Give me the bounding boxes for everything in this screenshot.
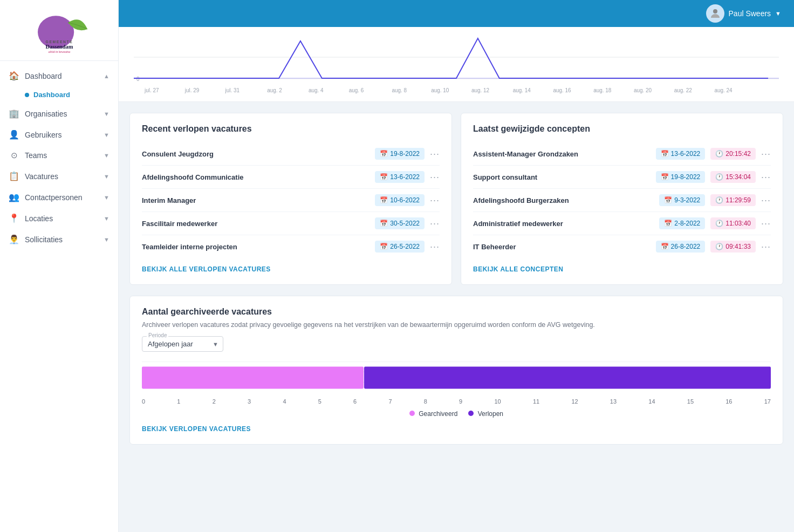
- legend-gearchiveerd: Gearchiveerd: [409, 410, 457, 418]
- sidebar-item-locaties[interactable]: 📍 Locaties ▼: [0, 208, 118, 229]
- svg-text:jul. 27: jul. 27: [144, 87, 159, 93]
- clock-icon-c1: 🕐: [715, 150, 723, 158]
- concept-name-5: IT Beheerder: [473, 243, 651, 251]
- bar-chart-svg: [142, 362, 771, 394]
- vacancy-row-1: Consulent Jeugdzorg 📅 19-8-2022 ···: [142, 142, 440, 166]
- xaxis-16: 16: [725, 398, 732, 405]
- concept-time-4: 🕐 11:03:40: [710, 217, 756, 229]
- legend-label-verlopen: Verlopen: [478, 410, 503, 418]
- svg-text:aug. 14: aug. 14: [513, 87, 531, 93]
- svg-text:aug. 20: aug. 20: [634, 87, 652, 93]
- more-btn-5[interactable]: ···: [430, 242, 440, 251]
- concept-name-4: Administratief medewerker: [473, 220, 654, 228]
- svg-text:aug. 16: aug. 16: [553, 87, 571, 93]
- clock-icon-c5: 🕐: [715, 243, 723, 250]
- more-btn-4[interactable]: ···: [430, 219, 440, 228]
- sidebar-label-locaties: Locaties: [25, 214, 98, 223]
- svg-point-4: [713, 9, 717, 13]
- sidebar-item-contactpersonen[interactable]: 👥 Contactpersonen ▼: [0, 187, 118, 208]
- xaxis-2: 2: [213, 398, 216, 405]
- bekijk-verlopen-archive-link[interactable]: BEKIJK VERLOPEN VACATURES: [142, 425, 251, 433]
- logo-area: GEMEENTE Dassendam altijd in beweging: [0, 0, 118, 61]
- calendar-icon-2: 📅: [380, 173, 388, 181]
- period-dropdown[interactable]: Afgelopen jaar Afgelopen maand Afgelopen…: [142, 337, 223, 351]
- sidebar-item-teams[interactable]: ⊙ Teams ▼: [0, 145, 118, 166]
- concept-date-2: 📅 19-8-2022: [656, 171, 706, 183]
- concept-date-val-2: 19-8-2022: [671, 173, 701, 181]
- topbar: Paul Sweers ▼: [119, 0, 794, 27]
- sidebar-item-sollicitaties[interactable]: 👨‍💼 Sollicitaties ▼: [0, 229, 118, 250]
- sidebar-item-organisaties[interactable]: 🏢 Organisaties ▼: [0, 103, 118, 124]
- more-btn-c2[interactable]: ···: [761, 172, 771, 182]
- xaxis-3: 3: [248, 398, 251, 405]
- home-icon: 🏠: [9, 71, 19, 81]
- more-btn-c3[interactable]: ···: [761, 195, 771, 205]
- xaxis-5: 5: [318, 398, 321, 405]
- xaxis-17: 17: [764, 398, 771, 405]
- cal-icon-c1: 📅: [661, 150, 669, 158]
- concept-date-val-1: 13-6-2022: [671, 150, 701, 158]
- concept-time-1: 🕐 20:15:42: [710, 148, 756, 160]
- concept-row-4: Administratief medewerker 📅 2-8-2022 🕐 1…: [473, 212, 771, 235]
- legend-verlopen: Verlopen: [468, 410, 503, 418]
- xaxis-12: 12: [571, 398, 578, 405]
- concept-name-2: Support consultant: [473, 173, 651, 181]
- sidebar-label-teams: Teams: [25, 151, 98, 160]
- avatar: [706, 4, 724, 23]
- cal-icon-c3: 📅: [664, 196, 672, 204]
- line-chart-container: 0 jul. 27 jul. 29 jul. 31 aug. 2 aug. 4 …: [134, 36, 779, 95]
- svg-rect-28: [364, 367, 771, 389]
- bekijk-verlopen-link[interactable]: BEKIJK ALLE VERLOPEN VACATURES: [142, 265, 271, 273]
- xaxis-14: 14: [648, 398, 655, 405]
- archive-section: Aantal gearchiveerde vacatures Archiveer…: [129, 296, 783, 445]
- calendar-icon-5: 📅: [380, 243, 388, 250]
- date-badge-2: 📅 13-6-2022: [375, 171, 425, 183]
- svg-text:Dassendam: Dassendam: [45, 44, 73, 50]
- logo-svg: GEMEENTE Dassendam altijd in beweging: [24, 10, 94, 53]
- more-btn-2[interactable]: ···: [430, 172, 440, 182]
- svg-text:aug. 2: aug. 2: [267, 87, 282, 93]
- concept-time-val-2: 15:34:04: [725, 173, 751, 181]
- chevron-down-icon-6: ▼: [104, 215, 109, 222]
- xaxis-6: 6: [353, 398, 357, 405]
- concept-date-val-3: 9-3-2022: [674, 196, 700, 204]
- chevron-down-icon-2: ▼: [104, 132, 109, 138]
- svg-text:jul. 31: jul. 31: [224, 87, 239, 93]
- vacancy-row-4: Fascilitair medewerker 📅 30-5-2022 ···: [142, 212, 440, 235]
- bar-chart-wrap: 0 1 2 3 4 5 6 7 8 9 10 11 12 13 14 15 16: [142, 362, 771, 418]
- clock-icon-c2: 🕐: [715, 173, 723, 181]
- sidebar-item-gebruikers[interactable]: 👤 Gebruikers ▼: [0, 124, 118, 145]
- bekijk-concepten-link[interactable]: BEKIJK ALLE CONCEPTEN: [473, 265, 563, 273]
- concept-date-4: 📅 2-8-2022: [659, 217, 705, 229]
- cal-icon-c5: 📅: [661, 243, 669, 250]
- period-select-wrap: Periode Afgelopen jaar Afgelopen maand A…: [142, 336, 223, 352]
- more-btn-c1[interactable]: ···: [761, 149, 771, 159]
- svg-text:aug. 8: aug. 8: [392, 87, 407, 93]
- archive-title: Aantal gearchiveerde vacatures: [142, 307, 771, 317]
- sidebar-item-dashboard[interactable]: 🏠 Dashboard ▲: [0, 65, 118, 86]
- sidebar: GEMEENTE Dassendam altijd in beweging 🏠 …: [0, 0, 119, 532]
- svg-text:aug. 24: aug. 24: [714, 87, 733, 93]
- user-menu[interactable]: Paul Sweers ▼: [706, 4, 781, 23]
- more-btn-c4[interactable]: ···: [761, 219, 771, 228]
- more-btn-3[interactable]: ···: [430, 195, 440, 205]
- sidebar-subitem-dashboard[interactable]: Dashboard: [0, 86, 118, 103]
- concept-row-5: IT Beheerder 📅 26-8-2022 🕐 09:41:33 ···: [473, 235, 771, 258]
- archive-description: Archiveer verlopen vacatures zodat priva…: [142, 321, 771, 329]
- more-btn-c5[interactable]: ···: [761, 242, 771, 251]
- sidebar-label-gebruikers: Gebruikers: [25, 131, 98, 139]
- panels-row: Recent verlopen vacatures Consulent Jeug…: [119, 102, 794, 285]
- line-chart-svg: 0 jul. 27 jul. 29 jul. 31 aug. 2 aug. 4 …: [134, 36, 779, 95]
- concept-time-5: 🕐 09:41:33: [710, 241, 756, 253]
- chevron-down-icon: ▼: [104, 111, 109, 117]
- more-btn-1[interactable]: ···: [430, 149, 440, 159]
- date-value-3: 10-6-2022: [390, 196, 420, 204]
- concept-row-1: Assistent-Manager Grondzaken 📅 13-6-2022…: [473, 142, 771, 166]
- sidebar-label-sollicitaties: Sollicitaties: [25, 235, 98, 244]
- xaxis-11: 11: [533, 398, 539, 405]
- concept-date-3: 📅 9-3-2022: [659, 194, 705, 206]
- chevron-down-icon-5: ▼: [104, 194, 109, 201]
- sidebar-item-vacatures[interactable]: 📋 Vacatures ▼: [0, 166, 118, 187]
- user-chevron-icon: ▼: [775, 10, 781, 17]
- sollicitaties-icon: 👨‍💼: [9, 234, 19, 244]
